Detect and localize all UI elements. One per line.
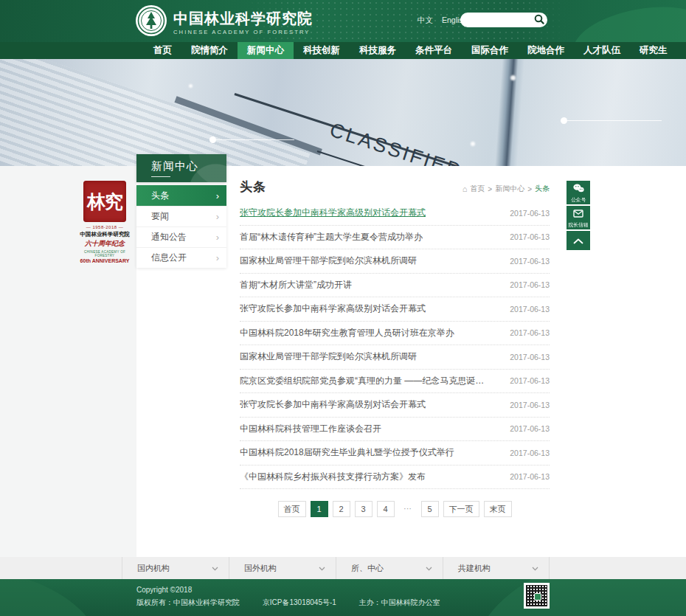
- chevron-right-icon: ›: [216, 232, 219, 242]
- sidebar-menu: 头条› 要闻› 通知公告› 信息公开›: [136, 185, 226, 268]
- banner-paper-texture: [0, 59, 311, 166]
- news-date: 2017-06-13: [510, 232, 550, 241]
- nav-item-news[interactable]: 新闻中心: [238, 42, 294, 59]
- anniversary-years: — 1958-2018 —: [74, 225, 136, 229]
- pagination-last[interactable]: 末页: [484, 501, 512, 517]
- news-date: 2017-06-13: [510, 449, 550, 457]
- news-row: 国家林业局管理干部学院到哈尔滨林机所调研 2017-06-13: [240, 345, 550, 370]
- news-link[interactable]: 中国林科院2018届研究生毕业典礼暨学位授予仪式举行: [240, 446, 454, 459]
- lang-zh-link[interactable]: 中文: [418, 15, 433, 26]
- caf-logo-icon: [135, 4, 167, 40]
- carousel-indicator-left[interactable]: [209, 136, 294, 143]
- pagination-page-4[interactable]: 4: [377, 501, 395, 517]
- nav-item-about[interactable]: 院情简介: [181, 42, 238, 59]
- nav-item-graduate[interactable]: 研究生: [630, 42, 677, 59]
- footer-decorative-curve: [458, 579, 686, 616]
- news-date: 2017-06-13: [510, 472, 550, 481]
- news-link[interactable]: 中国林科院科技管理工作座谈会召开: [240, 423, 381, 435]
- search-input[interactable]: [468, 16, 533, 24]
- nav-item-home[interactable]: 首页: [144, 42, 181, 59]
- site-logo-link[interactable]: 中国林业科学研究院 CHINESE ACADEMY OF FORESTRY: [135, 4, 313, 40]
- chevron-right-icon: ›: [216, 212, 219, 221]
- wechat-official-account-button[interactable]: 公众号: [567, 181, 590, 204]
- pagination-next[interactable]: 下一页: [443, 501, 479, 517]
- news-row: 中国林科院2018年研究生教育管理人员研讨班在京举办 2017-06-13: [240, 322, 550, 346]
- news-row: 中国林科院科技管理工作座谈会召开 2017-06-13: [240, 418, 550, 442]
- pagination: 首页 1 2 3 4 ··· 5 下一页 末页: [240, 501, 550, 517]
- nav-item-regional[interactable]: 院地合作: [518, 42, 574, 59]
- news-row: 首届“林木遗传育种”主题大学生夏令营成功举办 2017-06-13: [240, 226, 550, 250]
- breadcrumb-separator: >: [527, 185, 532, 193]
- news-date: 2017-06-13: [510, 353, 550, 361]
- sidebar-item-disclosure[interactable]: 信息公开›: [136, 247, 226, 268]
- anniversary-title-cn: 六十周年纪念: [74, 239, 136, 249]
- page-title: 头条: [240, 179, 266, 195]
- news-row: 首期“木材所大讲堂”成功开讲 2017-06-13: [240, 274, 550, 298]
- nav-item-services[interactable]: 科技服务: [350, 42, 406, 59]
- chevron-down-icon: [212, 564, 218, 572]
- news-link[interactable]: 院京区党委组织院部党员参观“真理的力量 ——纪念马克思诞辰200周年主题展览: [240, 375, 491, 387]
- news-date: 2017-06-13: [510, 376, 550, 385]
- footer-copyright: Copyright ©2018: [136, 586, 192, 594]
- search-button[interactable]: [533, 14, 545, 26]
- news-link[interactable]: 国家林业局管理干部学院到哈尔滨林机所调研: [240, 255, 417, 267]
- sidebar-item-important-news[interactable]: 要闻›: [136, 206, 226, 226]
- pagination-first[interactable]: 首页: [278, 501, 306, 517]
- site-title: 中国林业科学研究院: [173, 10, 313, 27]
- news-link[interactable]: 国家林业局管理干部学院到哈尔滨林机所调研: [240, 350, 417, 363]
- news-link[interactable]: 张守攻院长参加中南科学家高级别对话会开幕式: [240, 398, 426, 411]
- breadcrumb-home-link[interactable]: 首页: [470, 184, 485, 194]
- news-row: 中国林科院2018届研究生毕业典礼暨学位授予仪式举行 2017-06-13: [240, 441, 550, 466]
- search-box: [460, 13, 547, 27]
- pagination-page-1[interactable]: 1: [311, 501, 328, 517]
- breadcrumb-separator: >: [488, 185, 492, 193]
- sidebar-title: 新闻中心: [136, 154, 226, 182]
- news-link[interactable]: 中国林科院2018年研究生教育管理人员研讨班在京举办: [240, 327, 454, 339]
- news-link[interactable]: 张守攻院长参加中南科学家高级别对话会开幕式: [240, 302, 426, 315]
- carousel-indicator-right[interactable]: [561, 117, 662, 124]
- footer-dropdown-foreign[interactable]: 国外机构: [229, 557, 336, 579]
- news-link[interactable]: 首届“林木遗传育种”主题大学生夏令营成功举办: [240, 231, 423, 243]
- breadcrumb-news-link[interactable]: 新闻中心: [495, 184, 524, 194]
- anniversary-seal: 林究: [83, 181, 126, 222]
- news-date: 2017-06-13: [510, 280, 550, 289]
- footer-qr-code: [524, 583, 550, 609]
- footer-dropdown-domestic[interactable]: 国内机构: [122, 557, 229, 579]
- pagination-page-5[interactable]: 5: [421, 501, 439, 517]
- footer-rights: 版权所有：中国林业科学研究院: [136, 598, 240, 606]
- pagination-page-2[interactable]: 2: [333, 501, 350, 517]
- chevron-right-icon: ›: [216, 191, 219, 201]
- news-date: 2017-06-13: [510, 328, 550, 337]
- mail-icon: [573, 207, 583, 221]
- page: 中国林业科学研究院 CHINESE ACADEMY OF FORESTRY 中文…: [0, 0, 686, 616]
- footer-dropdown-joint[interactable]: 共建机构: [443, 557, 550, 579]
- news-row: 张守攻院长参加中南科学家高级别对话会开幕式 2017-06-13: [240, 201, 550, 226]
- breadcrumb: ⌂ 首页 > 新闻中心 > 头条: [462, 184, 550, 195]
- news-row: 张守攻院长参加中南科学家高级别对话会开幕式 2017-06-13: [240, 297, 550, 322]
- sidebar-item-headlines[interactable]: 头条›: [136, 185, 226, 206]
- news-link[interactable]: 首期“木材所大讲堂”成功开讲: [240, 279, 352, 291]
- back-to-top-button[interactable]: [567, 231, 590, 250]
- president-mailbox-button[interactable]: 院长信箱: [567, 206, 590, 229]
- nav-item-international[interactable]: 国际合作: [462, 42, 518, 59]
- pagination-page-3[interactable]: 3: [355, 501, 373, 517]
- news-link[interactable]: 张守攻院长参加中南科学家高级别对话会开幕式: [240, 207, 426, 219]
- nav-item-platform[interactable]: 条件平台: [406, 42, 462, 59]
- nav-item-innovation[interactable]: 科技创新: [294, 42, 350, 59]
- news-row: 张守攻院长参加中南科学家高级别对话会开幕式 2017-06-13: [240, 393, 550, 418]
- nav-item-party[interactable]: 党群工作: [677, 42, 686, 59]
- footer-icp: 京ICP备13018045号-1: [263, 598, 336, 606]
- banner-bokeh-dot: [471, 142, 475, 146]
- nav-item-talent[interactable]: 人才队伍: [574, 42, 630, 59]
- anniversary-banner-link[interactable]: 林究 — 1958-2018 — 中国林业科学研究院 六十周年纪念 CHINES…: [74, 181, 136, 263]
- footer-dropdown-institutes[interactable]: 所、中心: [336, 557, 443, 579]
- news-link[interactable]: 《中国林科院乡村振兴科技支撑行动方案》发布: [240, 471, 426, 483]
- news-list-column: 头条 ⌂ 首页 > 新闻中心 > 头条 张守攻院长参加中南科学家高级别对话会开幕…: [240, 176, 550, 517]
- news-date: 2017-06-13: [510, 424, 550, 433]
- sidebar-item-notices[interactable]: 通知公告›: [136, 226, 226, 247]
- anniversary-name-cn: 中国林业科学研究院: [74, 231, 136, 238]
- footer-decorative-curve: [0, 579, 112, 616]
- news-row: 院京区党委组织院部党员参观“真理的力量 ——纪念马克思诞辰200周年主题展览 2…: [240, 370, 550, 394]
- content-area: 林究 — 1958-2018 — 中国林业科学研究院 六十周年纪念 CHINES…: [0, 166, 686, 557]
- news-date: 2017-06-13: [510, 305, 550, 314]
